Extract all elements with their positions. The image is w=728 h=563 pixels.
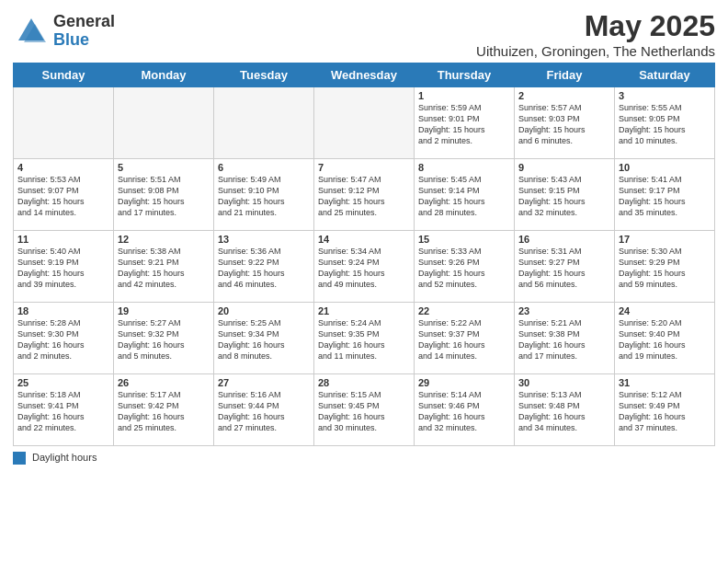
day-number: 31 [619, 377, 711, 388]
day-info: Sunrise: 5:22 AM Sunset: 9:37 PM Dayligh… [418, 317, 510, 362]
day-number: 27 [218, 377, 310, 388]
day-number: 14 [318, 234, 410, 245]
logo-text: General Blue [53, 13, 115, 50]
calendar-cell: 20Sunrise: 5:25 AM Sunset: 9:34 PM Dayli… [214, 303, 314, 374]
calendar-cell: 21Sunrise: 5:24 AM Sunset: 9:35 PM Dayli… [314, 303, 415, 374]
day-info: Sunrise: 5:36 AM Sunset: 9:22 PM Dayligh… [218, 246, 310, 291]
day-info: Sunrise: 5:20 AM Sunset: 9:40 PM Dayligh… [619, 317, 711, 362]
day-number: 29 [418, 377, 510, 388]
calendar-cell: 28Sunrise: 5:15 AM Sunset: 9:45 PM Dayli… [314, 374, 415, 446]
day-number: 23 [518, 305, 610, 316]
calendar-cell: 8Sunrise: 5:45 AM Sunset: 9:14 PM Daylig… [415, 159, 515, 231]
day-number: 11 [17, 234, 109, 245]
col-header-saturday: Saturday [615, 63, 715, 87]
col-header-friday: Friday [515, 63, 615, 87]
day-info: Sunrise: 5:30 AM Sunset: 9:29 PM Dayligh… [619, 246, 711, 291]
calendar-cell: 4Sunrise: 5:53 AM Sunset: 9:07 PM Daylig… [14, 159, 114, 231]
day-number: 10 [619, 162, 711, 173]
calendar-cell: 3Sunrise: 5:55 AM Sunset: 9:05 PM Daylig… [615, 87, 715, 159]
day-info: Sunrise: 5:51 AM Sunset: 9:08 PM Dayligh… [118, 174, 210, 219]
day-number: 8 [418, 162, 510, 173]
day-info: Sunrise: 5:59 AM Sunset: 9:01 PM Dayligh… [418, 102, 510, 147]
day-number: 30 [518, 377, 610, 388]
col-header-thursday: Thursday [415, 63, 515, 87]
day-number: 6 [218, 162, 310, 173]
day-number: 22 [418, 305, 510, 316]
calendar-cell: 16Sunrise: 5:31 AM Sunset: 9:27 PM Dayli… [515, 231, 615, 303]
day-number: 17 [619, 234, 711, 245]
day-info: Sunrise: 5:16 AM Sunset: 9:44 PM Dayligh… [218, 389, 310, 434]
calendar-cell: 1Sunrise: 5:59 AM Sunset: 9:01 PM Daylig… [415, 87, 515, 159]
calendar-cell: 5Sunrise: 5:51 AM Sunset: 9:08 PM Daylig… [114, 159, 214, 231]
col-header-monday: Monday [114, 63, 214, 87]
day-info: Sunrise: 5:38 AM Sunset: 9:21 PM Dayligh… [118, 246, 210, 291]
day-number: 15 [418, 234, 510, 245]
day-info: Sunrise: 5:40 AM Sunset: 9:19 PM Dayligh… [17, 246, 109, 291]
day-info: Sunrise: 5:33 AM Sunset: 9:26 PM Dayligh… [418, 246, 510, 291]
calendar-table: SundayMondayTuesdayWednesdayThursdayFrid… [13, 63, 715, 446]
day-info: Sunrise: 5:49 AM Sunset: 9:10 PM Dayligh… [218, 174, 310, 219]
day-info: Sunrise: 5:27 AM Sunset: 9:32 PM Dayligh… [118, 317, 210, 362]
day-info: Sunrise: 5:21 AM Sunset: 9:38 PM Dayligh… [518, 317, 610, 362]
calendar-cell: 29Sunrise: 5:14 AM Sunset: 9:46 PM Dayli… [415, 374, 515, 446]
legend-label: Daylight hours [32, 452, 97, 463]
day-info: Sunrise: 5:25 AM Sunset: 9:34 PM Dayligh… [218, 317, 310, 362]
day-info: Sunrise: 5:34 AM Sunset: 9:24 PM Dayligh… [318, 246, 410, 291]
logo-icon [15, 15, 48, 48]
day-info: Sunrise: 5:55 AM Sunset: 9:05 PM Dayligh… [619, 102, 711, 147]
title-block: May 2025 Uithuizen, Groningen, The Nethe… [476, 9, 715, 59]
calendar-cell: 15Sunrise: 5:33 AM Sunset: 9:26 PM Dayli… [415, 231, 515, 303]
day-number: 4 [17, 162, 109, 173]
day-number: 25 [17, 377, 109, 388]
day-info: Sunrise: 5:43 AM Sunset: 9:15 PM Dayligh… [518, 174, 610, 219]
day-info: Sunrise: 5:57 AM Sunset: 9:03 PM Dayligh… [518, 102, 610, 147]
week-row-2: 4Sunrise: 5:53 AM Sunset: 9:07 PM Daylig… [14, 159, 715, 231]
day-number: 28 [318, 377, 410, 388]
calendar-cell: 12Sunrise: 5:38 AM Sunset: 9:21 PM Dayli… [114, 231, 214, 303]
day-info: Sunrise: 5:17 AM Sunset: 9:42 PM Dayligh… [118, 389, 210, 434]
calendar-cell: 6Sunrise: 5:49 AM Sunset: 9:10 PM Daylig… [214, 159, 314, 231]
legend-box [13, 452, 26, 465]
day-number: 20 [218, 305, 310, 316]
page-container: General Blue May 2025 Uithuizen, Groning… [0, 0, 728, 474]
calendar-cell: 18Sunrise: 5:28 AM Sunset: 9:30 PM Dayli… [14, 303, 114, 374]
day-info: Sunrise: 5:45 AM Sunset: 9:14 PM Dayligh… [418, 174, 510, 219]
calendar-cell: 23Sunrise: 5:21 AM Sunset: 9:38 PM Dayli… [515, 303, 615, 374]
calendar-cell: 14Sunrise: 5:34 AM Sunset: 9:24 PM Dayli… [314, 231, 415, 303]
main-title: May 2025 [476, 9, 715, 43]
day-number: 7 [318, 162, 410, 173]
calendar-cell: 10Sunrise: 5:41 AM Sunset: 9:17 PM Dayli… [615, 159, 715, 231]
day-info: Sunrise: 5:12 AM Sunset: 9:49 PM Dayligh… [619, 389, 711, 434]
day-number: 1 [418, 90, 510, 101]
col-header-tuesday: Tuesday [214, 63, 314, 87]
header: General Blue May 2025 Uithuizen, Groning… [13, 9, 715, 59]
day-number: 2 [518, 90, 610, 101]
subtitle: Uithuizen, Groningen, The Netherlands [476, 43, 715, 59]
col-header-sunday: Sunday [14, 63, 114, 87]
calendar-cell: 22Sunrise: 5:22 AM Sunset: 9:37 PM Dayli… [415, 303, 515, 374]
day-number: 16 [518, 234, 610, 245]
header-row: SundayMondayTuesdayWednesdayThursdayFrid… [14, 63, 715, 87]
day-info: Sunrise: 5:15 AM Sunset: 9:45 PM Dayligh… [318, 389, 410, 434]
day-number: 9 [518, 162, 610, 173]
logo-general: General [53, 13, 115, 31]
day-number: 19 [118, 305, 210, 316]
calendar-cell [314, 87, 415, 159]
day-number: 21 [318, 305, 410, 316]
day-info: Sunrise: 5:47 AM Sunset: 9:12 PM Dayligh… [318, 174, 410, 219]
week-row-5: 25Sunrise: 5:18 AM Sunset: 9:41 PM Dayli… [14, 374, 715, 446]
legend: Daylight hours [13, 452, 715, 465]
day-number: 13 [218, 234, 310, 245]
logo: General Blue [13, 13, 115, 50]
calendar-cell: 9Sunrise: 5:43 AM Sunset: 9:15 PM Daylig… [515, 159, 615, 231]
day-number: 5 [118, 162, 210, 173]
day-number: 12 [118, 234, 210, 245]
calendar-cell: 25Sunrise: 5:18 AM Sunset: 9:41 PM Dayli… [14, 374, 114, 446]
calendar-cell [114, 87, 214, 159]
calendar-cell: 27Sunrise: 5:16 AM Sunset: 9:44 PM Dayli… [214, 374, 314, 446]
day-info: Sunrise: 5:41 AM Sunset: 9:17 PM Dayligh… [619, 174, 711, 219]
day-info: Sunrise: 5:31 AM Sunset: 9:27 PM Dayligh… [518, 246, 610, 291]
day-info: Sunrise: 5:14 AM Sunset: 9:46 PM Dayligh… [418, 389, 510, 434]
calendar-cell: 2Sunrise: 5:57 AM Sunset: 9:03 PM Daylig… [515, 87, 615, 159]
week-row-4: 18Sunrise: 5:28 AM Sunset: 9:30 PM Dayli… [14, 303, 715, 374]
